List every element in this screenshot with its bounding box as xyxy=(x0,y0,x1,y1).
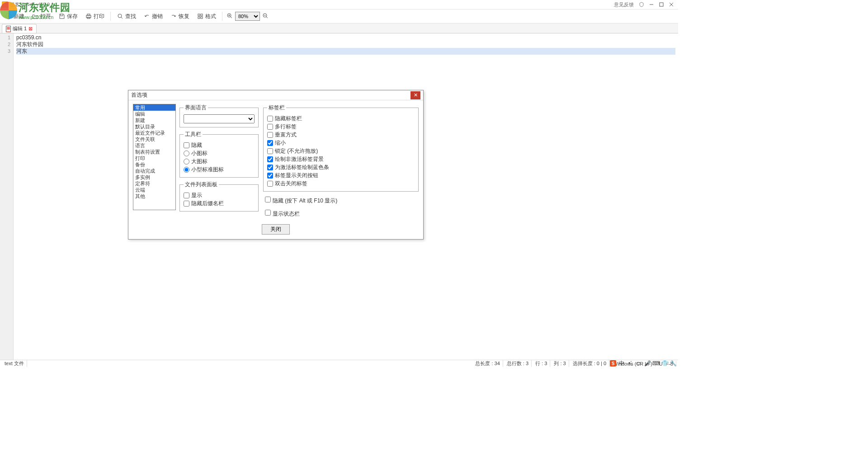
category-item[interactable]: 编辑 xyxy=(133,111,175,117)
tabbar-dblclose-check[interactable]: 双击关闭标签 xyxy=(267,179,415,188)
preferences-dialog: 首选项 ✕ 常用编辑新建默认目录最近文件记录文件关联语言制表符设置打印备份自动完… xyxy=(128,90,424,240)
status-filetype: text 文件 xyxy=(2,360,27,367)
minimize-button[interactable] xyxy=(646,0,656,9)
status-col: 列 : 3 xyxy=(551,360,569,367)
svg-rect-15 xyxy=(201,17,203,19)
svg-rect-12 xyxy=(198,14,200,16)
tray-icon[interactable]: ⌨ xyxy=(653,360,659,367)
svg-rect-14 xyxy=(198,17,200,19)
toolbar-large-radio[interactable]: 大图标 xyxy=(184,157,255,165)
tabbar-multiline-check[interactable]: 多行标签 xyxy=(267,122,415,131)
status-row: 行 : 3 xyxy=(533,360,550,367)
close-button[interactable] xyxy=(666,0,676,9)
tabbar-showclose-check[interactable]: 标签显示关闭按钮 xyxy=(267,171,415,179)
open-button[interactable]: 打开 xyxy=(29,11,53,22)
redo-icon xyxy=(170,13,177,20)
svg-line-2 xyxy=(670,3,673,6)
category-list[interactable]: 常用编辑新建默认目录最近文件记录文件关联语言制表符设置打印备份自动完成多实例定界… xyxy=(133,104,176,210)
tabbar-shrink-check[interactable]: 缩小 xyxy=(267,139,415,147)
category-item[interactable]: 其他 xyxy=(133,193,175,199)
folder-icon xyxy=(32,13,39,20)
tray-icon[interactable]: 👕 xyxy=(661,360,668,367)
tabbar-hide-check[interactable]: 隐藏标签栏 xyxy=(267,114,415,122)
status-selection: 选择长度 : 0 | 0 xyxy=(570,360,609,367)
grid-icon xyxy=(197,13,204,20)
zoom-select[interactable]: 80% xyxy=(235,12,260,21)
ui-language-select[interactable] xyxy=(184,114,255,123)
new-button[interactable]: 新建 xyxy=(3,11,27,22)
category-item[interactable]: 云端 xyxy=(133,187,175,193)
svg-point-10 xyxy=(118,14,122,18)
category-item[interactable]: 语言 xyxy=(133,142,175,149)
category-item[interactable]: 制表符设置 xyxy=(133,149,175,155)
line-gutter: 1 2 3 xyxy=(0,33,14,360)
category-item[interactable]: 打印 xyxy=(133,155,175,161)
toolbar-group: 工具栏 隐藏 小图标 大图标 小型标准图标 xyxy=(179,131,259,178)
toolbar-smallstd-radio[interactable]: 小型标准图标 xyxy=(184,165,255,174)
save-button[interactable]: 保存 xyxy=(56,11,80,22)
tabbar-drawinactive-check[interactable]: 绘制非激活标签背景 xyxy=(267,155,415,163)
svg-line-11 xyxy=(121,17,123,19)
tray-icon[interactable]: 🎤 xyxy=(644,360,651,367)
category-item[interactable]: 新建 xyxy=(133,117,175,123)
status-total-lines: 总行数 : 3 xyxy=(504,360,532,367)
tray-icon[interactable]: •⁚ xyxy=(627,360,633,367)
svg-line-21 xyxy=(266,17,268,18)
category-item[interactable]: 多实例 xyxy=(133,174,175,180)
maximize-button[interactable] xyxy=(656,0,666,9)
svg-rect-1 xyxy=(660,3,663,6)
toolbar: 新建 打开 保存 打印 查找 撤销 恢复 格式 80% xyxy=(0,9,678,24)
search-icon xyxy=(117,13,124,20)
print-button[interactable]: 打印 xyxy=(83,11,107,22)
category-item[interactable]: 定界符 xyxy=(133,180,175,187)
document-icon xyxy=(6,26,11,32)
svg-line-3 xyxy=(670,3,673,6)
show-status-check[interactable]: 显示状态栏 xyxy=(265,210,419,218)
app-title: 极客记事本 v1.0.0.1 xyxy=(10,1,54,8)
svg-rect-8 xyxy=(87,14,90,15)
dialog-close-footer-button[interactable]: 关闭 xyxy=(262,224,290,235)
system-tray: S 中 •⁚ ☺ 🎤 ⌨ 👕 🔧 xyxy=(610,360,676,367)
tabbar-blueactive-check[interactable]: 为激活标签绘制蓝色条 xyxy=(267,163,415,171)
filelist-group: 文件列表面板 显示 隐藏后缀名栏 xyxy=(179,181,259,212)
statusbar: text 文件 总长度 : 34 总行数 : 3 行 : 3 列 : 3 选择长… xyxy=(0,360,678,367)
tabbar-vertical-check[interactable]: 垂直方式 xyxy=(267,131,415,139)
feedback-link[interactable]: 意见反馈 xyxy=(614,1,634,8)
category-item[interactable]: 备份 xyxy=(133,161,175,168)
undo-icon xyxy=(143,13,151,20)
tab-edit-1[interactable]: 编辑 1 ⊠ xyxy=(2,24,37,33)
tab-close-icon[interactable]: ⊠ xyxy=(28,26,33,32)
tabbar-lock-check[interactable]: 锁定 (不允许拖放) xyxy=(267,147,415,155)
svg-rect-13 xyxy=(201,14,203,16)
category-item[interactable]: 自动完成 xyxy=(133,168,175,174)
category-item[interactable]: 文件关联 xyxy=(133,136,175,142)
printer-icon xyxy=(85,13,92,20)
undo-button[interactable]: 撤销 xyxy=(141,11,165,22)
filelist-hideext-check[interactable]: 隐藏后缀名栏 xyxy=(184,199,255,207)
ime-icon[interactable]: S xyxy=(610,360,616,367)
zoom-in-icon[interactable] xyxy=(226,12,233,21)
find-button[interactable]: 查找 xyxy=(114,11,138,22)
dialog-close-button[interactable]: ✕ xyxy=(410,91,420,99)
dialog-title: 首选项 xyxy=(131,91,147,99)
category-item[interactable]: 最近文件记录 xyxy=(133,130,175,136)
tray-icon[interactable]: ☺ xyxy=(636,360,642,367)
app-icon xyxy=(2,1,8,8)
toolbar-hide-check[interactable]: 隐藏 xyxy=(184,141,255,149)
toolbar-small-radio[interactable]: 小图标 xyxy=(184,149,255,157)
zoom-out-icon[interactable] xyxy=(262,12,269,21)
plus-circle-icon xyxy=(5,13,12,20)
format-button[interactable]: 格式 xyxy=(194,11,218,22)
save-icon xyxy=(58,13,66,20)
category-item[interactable]: 默认目录 xyxy=(133,123,175,130)
tabbar-group: 标签栏 隐藏标签栏 多行标签 垂直方式 缩小 锁定 (不允许拖放) 绘制非激活标… xyxy=(263,104,419,192)
redo-button[interactable]: 恢复 xyxy=(168,11,192,22)
hide-menu-check[interactable]: 隐藏 (按下 Alt 或 F10 显示) xyxy=(265,197,419,205)
tray-icon[interactable]: 🔧 xyxy=(670,360,676,367)
filelist-show-check[interactable]: 显示 xyxy=(184,191,255,199)
category-item[interactable]: 常用 xyxy=(133,104,175,111)
svg-line-17 xyxy=(231,17,232,18)
shield-icon[interactable] xyxy=(637,0,646,9)
status-total-length: 总长度 : 34 xyxy=(472,360,503,367)
tray-icon[interactable]: 中 xyxy=(618,360,625,367)
